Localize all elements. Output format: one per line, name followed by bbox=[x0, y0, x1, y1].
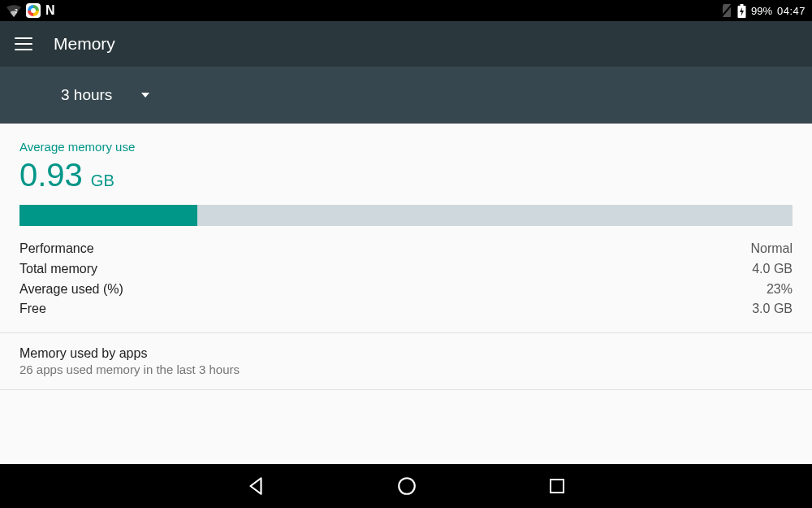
status-bar: ? N 99% 04:47 bbox=[0, 0, 812, 21]
stat-row: Free 3.0 GB bbox=[19, 299, 793, 319]
interval-bar: 3 hours bbox=[0, 67, 812, 124]
interval-dropdown[interactable]: 3 hours bbox=[61, 86, 149, 104]
stat-row: Total memory 4.0 GB bbox=[19, 259, 793, 280]
svg-text:?: ? bbox=[15, 7, 18, 13]
status-left: ? N bbox=[6, 3, 55, 18]
nav-bar bbox=[0, 464, 812, 508]
stat-row: Performance Normal bbox=[19, 239, 793, 259]
main-content: Average memory use 0.93 GB Performance N… bbox=[0, 124, 812, 464]
avg-memory-number: 0.93 bbox=[19, 157, 83, 193]
apps-memory-title: Memory used by apps bbox=[19, 346, 793, 361]
menu-icon[interactable] bbox=[15, 37, 32, 50]
battery-icon bbox=[737, 4, 746, 18]
recents-button[interactable] bbox=[547, 476, 567, 496]
stat-label: Average used (%) bbox=[19, 280, 123, 300]
battery-percent: 99% bbox=[751, 5, 772, 17]
home-button[interactable] bbox=[396, 475, 417, 497]
memory-progress-fill bbox=[19, 205, 197, 226]
back-button[interactable] bbox=[245, 475, 266, 497]
app-icon bbox=[26, 3, 41, 18]
no-sim-icon bbox=[721, 4, 732, 17]
wifi-icon: ? bbox=[6, 5, 21, 17]
stat-label: Total memory bbox=[19, 259, 97, 280]
status-right: 99% 04:47 bbox=[721, 4, 806, 18]
divider bbox=[0, 332, 812, 333]
svg-point-5 bbox=[399, 478, 415, 494]
interval-label: 3 hours bbox=[61, 86, 112, 104]
avg-memory-unit: GB bbox=[91, 172, 114, 190]
stat-label: Performance bbox=[19, 239, 94, 259]
stat-value: 23% bbox=[767, 280, 793, 300]
avg-memory-heading: Average memory use bbox=[19, 140, 793, 154]
clock: 04:47 bbox=[777, 5, 806, 17]
apps-memory-subtitle: 26 apps used memory in the last 3 hours bbox=[19, 363, 793, 376]
apps-memory-row[interactable]: Memory used by apps 26 apps used memory … bbox=[19, 346, 793, 376]
svg-rect-2 bbox=[740, 4, 743, 6]
stat-value: 3.0 GB bbox=[752, 299, 793, 319]
avg-memory-value: 0.93 GB bbox=[19, 157, 793, 193]
page-title: Memory bbox=[54, 34, 115, 54]
stat-value: Normal bbox=[750, 239, 793, 259]
stat-row: Average used (%) 23% bbox=[19, 280, 793, 300]
svg-rect-6 bbox=[551, 480, 564, 493]
n-icon: N bbox=[45, 3, 55, 18]
chevron-down-icon bbox=[141, 93, 149, 98]
stat-label: Free bbox=[19, 299, 46, 319]
app-bar: Memory bbox=[0, 21, 812, 67]
memory-progress bbox=[19, 205, 793, 226]
stat-value: 4.0 GB bbox=[752, 259, 793, 280]
divider bbox=[0, 389, 812, 390]
